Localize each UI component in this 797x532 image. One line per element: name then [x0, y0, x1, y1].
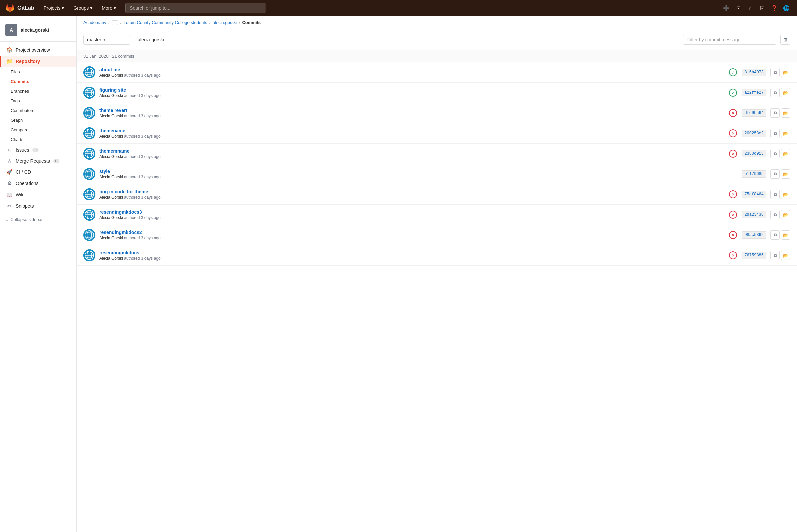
commit-hash[interactable]: 2da23438: [742, 211, 766, 218]
sidebar-item-tags[interactable]: Tags: [0, 96, 76, 106]
commit-hash[interactable]: b1179685: [742, 170, 766, 178]
sidebar-item-graph[interactable]: Graph: [0, 115, 76, 125]
nav-groups[interactable]: Groups: [71, 4, 95, 12]
breadcrumb-user[interactable]: alecia.gorski: [213, 20, 237, 25]
browse-repo-button[interactable]: 📂: [781, 190, 790, 199]
search-input[interactable]: [125, 3, 265, 13]
breadcrumb-sep-3: ›: [209, 20, 210, 25]
copy-sha-button[interactable]: ⧉: [770, 230, 780, 240]
sidebar-item-compare[interactable]: Compare: [0, 125, 76, 135]
sidebar-item-snippets[interactable]: ✂ Snippets: [0, 200, 76, 212]
user-settings-icon[interactable]: 🌐: [781, 3, 792, 13]
commit-hash[interactable]: 2380d913: [742, 150, 766, 157]
sidebar-item-branches[interactable]: Branches: [0, 86, 76, 96]
commit-row: resendingmkdocs Alecia Gorski authored 3…: [77, 245, 797, 266]
commit-title[interactable]: thememname: [99, 148, 724, 154]
sidebar-item-project-overview[interactable]: 🏠 Project overview: [0, 44, 76, 56]
commit-info: figuring site Alecia Gorski authored 3 d…: [99, 87, 724, 98]
commit-status[interactable]: ✕: [728, 230, 738, 240]
commit-hash[interactable]: a22ffe27: [742, 89, 766, 96]
commit-status[interactable]: ✕: [728, 251, 738, 260]
commit-title[interactable]: theme revert: [99, 108, 724, 113]
commit-title[interactable]: bug in code for theme: [99, 189, 724, 194]
todo-icon[interactable]: ☑: [757, 3, 768, 13]
browse-repo-button[interactable]: 📂: [781, 129, 790, 138]
commit-authored-label: authored: [124, 134, 141, 139]
copy-sha-button[interactable]: ⧉: [770, 108, 780, 118]
sidebar-item-files[interactable]: Files: [0, 67, 76, 77]
browse-repo-button[interactable]: 📂: [781, 210, 790, 219]
browse-repo-button[interactable]: 📂: [781, 108, 790, 118]
commit-status[interactable]: ✕: [728, 149, 738, 158]
copy-sha-button[interactable]: ⧉: [770, 68, 780, 77]
commit-hash[interactable]: 200258e2: [742, 130, 766, 137]
commit-hash[interactable]: 98ac5362: [742, 231, 766, 239]
snippet-icon[interactable]: ⊡: [733, 3, 744, 13]
commit-hash[interactable]: dfc9ba64: [742, 109, 766, 117]
breadcrumb-more[interactable]: ...: [112, 20, 118, 25]
sidebar-item-ci-cd[interactable]: 🚀 CI / CD: [0, 166, 76, 178]
status-success-icon: ✓: [729, 68, 737, 76]
commit-info: thememname Alecia Gorski authored 3 days…: [99, 148, 724, 159]
commit-meta: Alecia Gorski authored 3 days ago: [99, 154, 724, 159]
sidebar-item-wiki[interactable]: 📖 Wiki: [0, 189, 76, 200]
sidebar-item-contributors[interactable]: Contributors: [0, 106, 76, 115]
commit-info: about me Alecia Gorski authored 3 days a…: [99, 67, 724, 78]
browse-repo-button[interactable]: 📂: [781, 251, 790, 260]
copy-sha-button[interactable]: ⧉: [770, 129, 780, 138]
commit-hash[interactable]: 76759885: [742, 252, 766, 259]
commit-status[interactable]: ✕: [728, 108, 738, 118]
copy-sha-button[interactable]: ⧉: [770, 190, 780, 199]
commit-title[interactable]: resendingmkdocs3: [99, 209, 724, 215]
merge-request-icon[interactable]: ⑃: [745, 3, 756, 13]
commit-info: themename Alecia Gorski authored 3 days …: [99, 128, 724, 139]
breadcrumb-college[interactable]: Lorain County Community College students: [124, 20, 207, 25]
browse-repo-button[interactable]: 📂: [781, 149, 790, 158]
sidebar-item-merge-requests[interactable]: ⑃ Merge Requests 0: [0, 155, 76, 166]
commit-avatar: [84, 66, 95, 78]
commit-title[interactable]: style: [99, 169, 724, 174]
copy-sha-button[interactable]: ⧉: [770, 251, 780, 260]
sidebar-item-commits[interactable]: Commits: [0, 77, 76, 86]
help-icon[interactable]: ❓: [769, 3, 780, 13]
commit-title[interactable]: resendingmkdocs2: [99, 230, 724, 235]
sidebar-item-issues[interactable]: ○ Issues 0: [0, 144, 76, 155]
branch-selector[interactable]: master: [84, 35, 130, 45]
commit-status[interactable]: ✓: [728, 88, 738, 97]
nav-projects[interactable]: Projects: [41, 4, 67, 12]
commit-authored-label: authored: [124, 215, 141, 220]
commit-status[interactable]: [728, 169, 738, 179]
browse-repo-button[interactable]: 📂: [781, 230, 790, 240]
commit-status[interactable]: ✕: [728, 210, 738, 219]
search-bar[interactable]: [125, 3, 265, 13]
sidebar-item-repository[interactable]: 📁 Repository: [0, 56, 76, 67]
nav-more[interactable]: More: [99, 4, 119, 12]
commit-hash[interactable]: 75df8464: [742, 191, 766, 198]
commit-status[interactable]: ✓: [728, 68, 738, 77]
gitlab-logo[interactable]: GitLab: [5, 3, 34, 13]
copy-sha-button[interactable]: ⧉: [770, 88, 780, 97]
commit-title[interactable]: resendingmkdocs: [99, 250, 724, 255]
browse-repo-button[interactable]: 📂: [781, 88, 790, 97]
sidebar-item-operations[interactable]: ⚙ Operations: [0, 178, 76, 189]
sidebar-item-charts[interactable]: Charts: [0, 135, 76, 144]
commit-title[interactable]: figuring site: [99, 87, 724, 93]
rss-button[interactable]: ⊞: [780, 35, 790, 45]
new-item-button[interactable]: ➕: [721, 3, 731, 13]
breadcrumb-academany[interactable]: Academany: [84, 20, 106, 25]
commit-filter-input[interactable]: [683, 35, 776, 45]
copy-sha-button[interactable]: ⧉: [770, 149, 780, 158]
commit-author: Alecia Gorski: [99, 93, 123, 98]
collapse-sidebar-button[interactable]: « Collapse sidebar: [0, 214, 76, 225]
commit-title[interactable]: themename: [99, 128, 724, 133]
commit-hash[interactable]: 816b4073: [742, 69, 766, 76]
browse-repo-button[interactable]: 📂: [781, 68, 790, 77]
commit-status[interactable]: ✕: [728, 129, 738, 138]
browse-repo-button[interactable]: 📂: [781, 169, 790, 179]
copy-sha-button[interactable]: ⧉: [770, 210, 780, 219]
commit-status[interactable]: ✕: [728, 190, 738, 199]
copy-sha-button[interactable]: ⧉: [770, 169, 780, 179]
sidebar-label-operations: Operations: [16, 180, 38, 186]
commit-title[interactable]: about me: [99, 67, 724, 72]
commit-avatar: [84, 188, 95, 200]
